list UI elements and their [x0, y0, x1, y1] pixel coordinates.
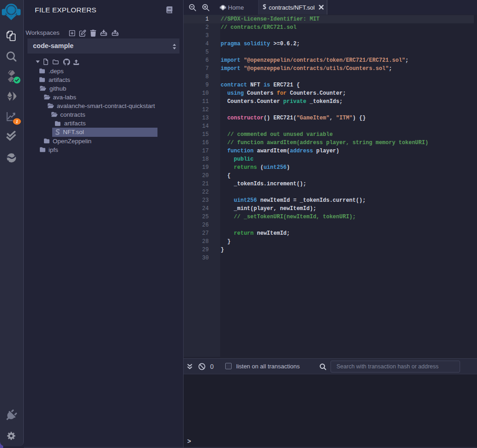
svg-text:1: 1 [16, 119, 18, 124]
